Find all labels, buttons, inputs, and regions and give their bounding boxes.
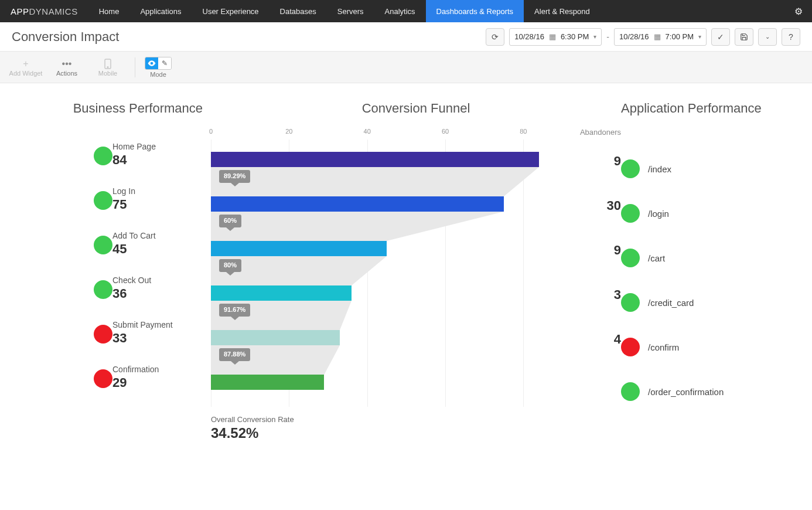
mobile-label: Mobile [98,70,117,77]
date-from-picker[interactable]: 10/28/16 ▦ 6:30 PM ▾ [509,28,602,46]
bp-step-label: Home Page [112,142,189,151]
status-dot[interactable] [621,159,640,178]
status-dot[interactable] [621,204,640,223]
status-dot[interactable] [621,293,640,312]
svg-point-1 [107,66,108,67]
mobile-icon [104,58,111,70]
bp-step-value: 33 [112,331,189,346]
nav-home[interactable]: Home [88,0,130,22]
bp-step-label: Confirmation [112,365,189,374]
axis-tick: 40 [364,128,371,135]
nav-dashboards-reports[interactable]: Dashboards & Reports [426,0,524,22]
abandoner-value: 9 [614,154,621,169]
mode-toggle[interactable]: ✎ Mode [145,57,172,78]
date-to-date: 10/28/16 [619,32,649,41]
business-perf-row: Submit Payment 33 [35,318,211,362]
bp-step-label: Log In [112,186,189,196]
nav-databases[interactable]: Databases [269,0,327,22]
bp-step-label: Submit Payment [112,320,189,329]
more-dropdown[interactable]: ⌄ [758,28,777,46]
app-path[interactable]: /index [648,164,671,174]
mobile-button: Mobile [90,53,125,81]
business-perf-row: Home Page 84 [35,140,211,184]
status-dot[interactable] [94,191,112,210]
calendar-icon: ▦ [654,32,661,41]
bp-step-value: 84 [112,152,189,168]
dropoff-badge: 80% [219,259,241,272]
axis-tick: 60 [442,128,449,135]
svg-marker-3 [211,212,504,241]
date-to-picker[interactable]: 10/28/16 ▦ 7:00 PM ▾ [614,28,707,46]
app-perf-row: /credit_card [621,280,773,325]
overall-label: Overall Conversion Rate [211,415,539,424]
business-perf-row: Log In 75 [35,184,211,229]
refresh-button[interactable]: ⟳ [486,28,504,46]
page-title: Conversion Impact [12,29,119,45]
nav-servers[interactable]: Servers [327,0,374,22]
funnel-bar[interactable] [211,241,387,256]
abandoner-row: 9 [545,230,621,274]
funnel-bar[interactable] [211,330,340,345]
funnel-bar[interactable] [211,285,352,301]
application-performance-column: Application Performance /index/login/car… [621,101,773,441]
abandoner-value: 4 [614,332,621,347]
funnel-bar[interactable] [211,375,324,390]
dashboard-toolbar: + Add Widget ••• Actions Mobile ✎ Mode [0,52,812,83]
bp-step-value: 75 [112,197,189,212]
mode-edit-icon[interactable]: ✎ [158,57,171,69]
nav-applications[interactable]: Applications [129,0,192,22]
funnel-bar[interactable] [211,196,504,212]
status-dot[interactable] [94,236,112,254]
app-path[interactable]: /credit_card [648,298,694,308]
abandoner-row: 9 [545,141,621,185]
app-path[interactable]: /order_confirmation [648,387,724,397]
application-performance-title: Application Performance [621,101,773,116]
chevron-down-icon: ▾ [593,33,596,40]
overall-conversion: Overall Conversion Rate 34.52% [211,415,539,441]
abandoner-row: 4 [545,319,621,363]
mode-view-icon[interactable] [145,57,158,69]
nav-analytics[interactable]: Analytics [374,0,426,22]
sub-header: Conversion Impact ⟳ 10/28/16 ▦ 6:30 PM ▾… [0,22,812,52]
dropoff-badge: 60% [219,215,241,227]
status-dot[interactable] [94,325,112,344]
conversion-funnel-title: Conversion Funnel [211,101,621,116]
add-widget-button: + Add Widget [8,53,43,81]
settings-gear-icon[interactable]: ⚙ [785,6,812,17]
save-button[interactable] [735,28,753,46]
brand-logo: APPDYNAMICS [0,6,88,16]
app-perf-row: /login [621,191,773,236]
chevron-down-icon: ▾ [698,33,701,40]
date-to-time: 7:00 PM [666,32,694,41]
abandoners-header: Abandoners [545,128,621,141]
abandoner-row [545,363,621,408]
dots-icon: ••• [62,58,72,70]
bp-step-value: 45 [112,242,189,257]
date-range-dash: - [606,32,609,42]
mode-label: Mode [150,71,166,78]
app-path[interactable]: /cart [648,253,665,263]
status-dot[interactable] [94,369,112,388]
funnel-bar[interactable] [211,152,539,167]
date-from-time: 6:30 PM [561,32,589,41]
nav-user-experience[interactable]: User Experience [192,0,269,22]
axis-tick: 0 [209,128,213,135]
app-path[interactable]: /login [648,209,669,219]
overall-value: 34.52% [211,425,539,441]
nav-alert-respond[interactable]: Alert & Respond [524,0,601,22]
add-widget-label: Add Widget [9,70,43,77]
status-dot[interactable] [94,147,112,165]
help-button[interactable]: ? [782,28,800,46]
content-area: Business Performance Home Page 84 Log In… [0,83,812,477]
brand-dyn: DYNAMICS [29,6,78,16]
status-dot[interactable] [621,382,640,401]
app-path[interactable]: /confirm [648,342,679,352]
status-dot[interactable] [621,338,640,356]
confirm-button[interactable]: ✓ [711,28,730,46]
actions-button[interactable]: ••• Actions [49,53,84,81]
status-dot[interactable] [94,280,112,299]
dropoff-badge: 89.29% [219,170,250,183]
top-nav: APPDYNAMICS HomeApplicationsUser Experie… [0,0,812,22]
status-dot[interactable] [621,249,640,267]
business-performance-column: Business Performance Home Page 84 Log In… [35,101,211,441]
